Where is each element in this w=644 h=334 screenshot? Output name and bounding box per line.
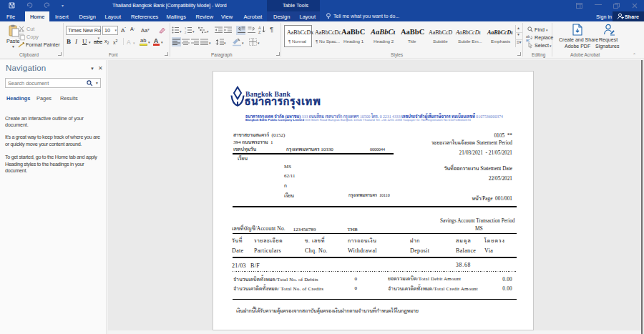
svg-text:2: 2 — [185, 31, 187, 34]
svg-text:ac: ac — [526, 37, 530, 41]
svg-text:1: 1 — [185, 26, 187, 30]
